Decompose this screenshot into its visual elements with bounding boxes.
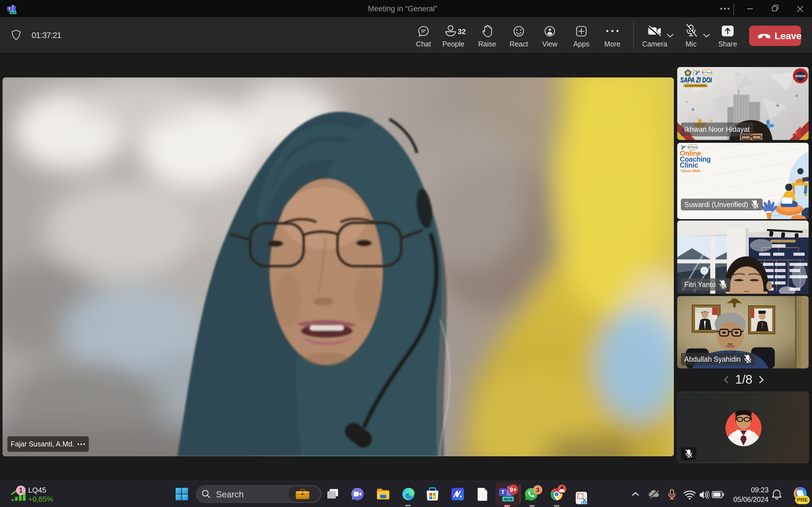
svg-text:9+: 9+ [509, 486, 516, 493]
svg-text:3: 3 [536, 487, 539, 494]
svg-text:T: T [8, 7, 11, 11]
svg-text:NEW: NEW [504, 497, 513, 501]
svg-text:InTress: InTress [702, 71, 712, 74]
svg-text:NEW: NEW [10, 11, 16, 14]
svg-text:KANTOR WILAYAH DJPb PROVINSI D: KANTOR WILAYAH DJPb PROVINSI DKI JAKARTA [685, 84, 707, 87]
svg-text:1: 1 [19, 487, 22, 494]
svg-text:InTress: InTress [688, 146, 698, 149]
svg-text:Tahun 2024: Tahun 2024 [680, 169, 700, 173]
svg-text:T: T [501, 489, 504, 495]
svg-text:WBBM: WBBM [795, 74, 805, 78]
svg-text:Clinic: Clinic [680, 161, 698, 169]
svg-text:SAPA ZI DOI: SAPA ZI DOI [680, 75, 712, 84]
